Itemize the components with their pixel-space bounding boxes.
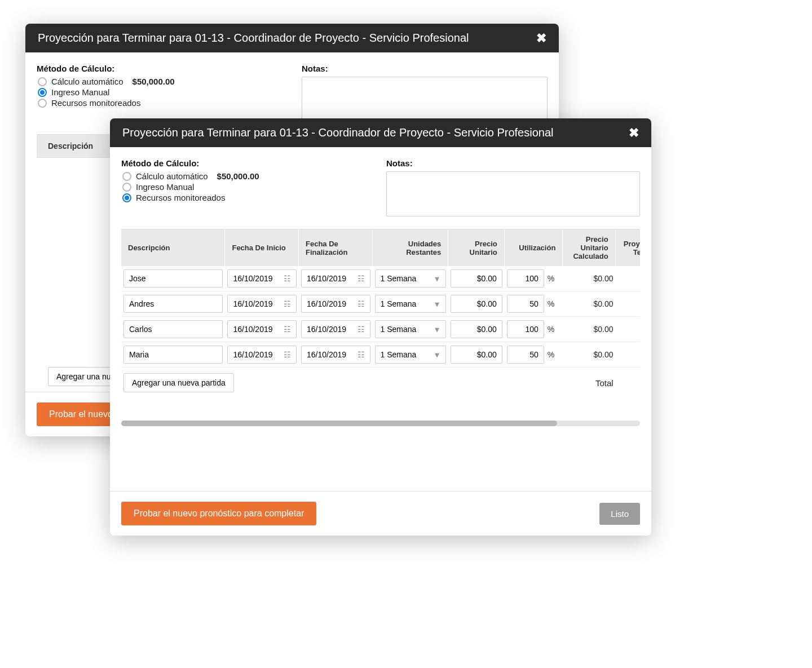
radio-auto-calc[interactable] [38,77,47,86]
radio-auto-label: Cálculo automático [51,77,123,86]
table-row: ☷ ☷ ▾ % $0.00 [121,291,640,317]
table-row: ☷ ☷ ▾ % $0.00 [121,342,640,368]
col-utilization: Utilización [505,229,563,266]
modal-back-title: Proyección para Terminar para 01-13 - Co… [38,32,469,45]
radio-monitored[interactable] [122,193,131,202]
radio-monitored-label: Recursos monitoreados [136,193,225,202]
radio-manual[interactable] [38,88,47,97]
unit-price-input[interactable] [451,346,502,364]
end-date-input[interactable] [301,295,370,313]
remaining-units-select[interactable] [375,346,447,364]
horizontal-scrollbar[interactable] [121,421,640,426]
calc-unit-price-cell: $0.00 [563,291,615,317]
modal-front-body: Método de Cálculo: Cálculo automático $5… [110,147,651,491]
start-date-input[interactable] [227,269,297,287]
col-remaining-units: Unidades Restantes [373,229,449,266]
calc-unit-price-cell: $0.00 [563,317,615,342]
utilization-input[interactable] [507,295,544,313]
close-icon[interactable]: ✖ [536,32,546,45]
radio-monitored[interactable] [38,99,47,108]
notes-label-back: Notas: [302,64,548,73]
auto-calc-value: $50,000.00 [217,171,259,181]
auto-calc-value: $50,000.00 [133,77,175,86]
scrollbar-thumb[interactable] [121,421,557,426]
unit-price-input[interactable] [451,320,502,338]
add-row-button[interactable]: Agregar una nueva partida [123,373,234,392]
end-date-input[interactable] [301,320,370,338]
start-date-input[interactable] [227,295,297,313]
remaining-units-select[interactable] [375,295,447,313]
resource-table-wrap: Descripción Fecha De Inicio Fecha De Fin… [121,229,640,491]
table-row: ☷ ☷ ▾ % $0.00 [121,266,640,291]
total-label: Total [563,368,615,398]
modal-front-footer: Probar el nuevo pronóstico para completa… [110,491,651,536]
utilization-input[interactable] [507,269,544,287]
description-input[interactable] [123,269,223,287]
radio-manual[interactable] [122,183,131,192]
end-date-input[interactable] [301,269,370,287]
start-date-input[interactable] [227,320,297,338]
description-input[interactable] [123,295,223,313]
notes-textarea[interactable] [386,171,640,216]
end-date-input[interactable] [301,346,370,364]
notes-label: Notas: [386,158,640,168]
percent-sign: % [548,299,554,308]
unit-price-input[interactable] [451,269,502,287]
table-row: ☷ ☷ ▾ % $0.00 [121,317,640,342]
col-calc-unit-price: Precio Unitario Calculado [563,229,615,266]
unit-price-input[interactable] [451,295,502,313]
radio-monitored-label: Recursos monitoreados [51,98,140,108]
test-forecast-button[interactable]: Probar el nuevo pronóstico para completa… [121,502,316,525]
calc-method-label: Método de Cálculo: [121,158,364,168]
modal-back-header: Proyección para Terminar para 01-13 - Co… [25,24,559,52]
description-input[interactable] [123,346,223,364]
percent-sign: % [548,350,554,359]
modal-front-title: Proyección para Terminar para 01-13 - Co… [122,126,553,139]
close-icon[interactable]: ✖ [629,127,639,139]
done-button[interactable]: Listo [599,503,640,525]
calc-unit-price-cell: $0.00 [563,342,615,368]
remaining-units-select[interactable] [375,320,447,338]
description-input[interactable] [123,320,223,338]
remaining-units-select[interactable] [375,269,447,287]
radio-auto-label: Cálculo automático [136,171,208,181]
radio-manual-label: Ingreso Manual [136,182,194,192]
utilization-input[interactable] [507,346,544,364]
utilization-input[interactable] [507,320,544,338]
col-description: Descripción [121,229,225,266]
start-date-input[interactable] [227,346,297,364]
calc-unit-price-cell: $0.00 [563,266,615,291]
notes-textarea-back[interactable] [302,77,548,122]
percent-sign: % [548,325,554,334]
col-start-date: Fecha De Inicio [225,229,299,266]
calc-method-label: Método de Cálculo: [37,64,279,73]
col-proj-partial: Proye Ter [616,229,640,266]
radio-auto-calc[interactable] [122,172,131,181]
percent-sign: % [548,274,554,283]
resource-table: Descripción Fecha De Inicio Fecha De Fin… [121,229,640,398]
modal-front: Proyección para Terminar para 01-13 - Co… [110,118,651,536]
radio-manual-label: Ingreso Manual [51,87,109,97]
col-end-date: Fecha De Finalización [299,229,373,266]
col-unit-price: Precio Unitario [448,229,504,266]
modal-front-header: Proyección para Terminar para 01-13 - Co… [110,118,651,147]
